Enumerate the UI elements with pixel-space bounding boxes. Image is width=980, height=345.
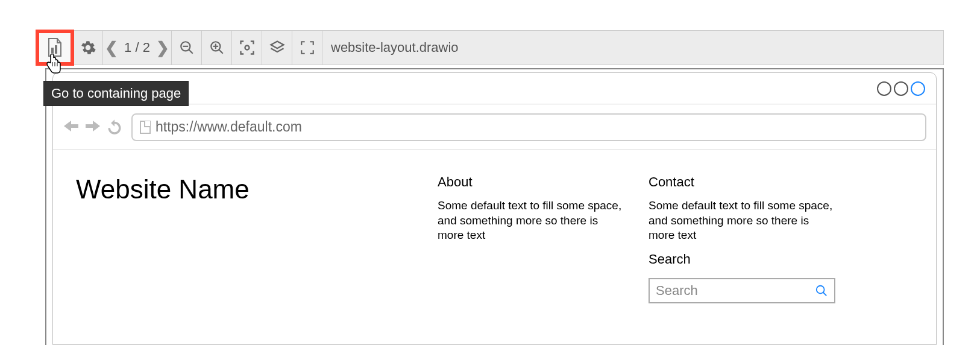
zoom-out-icon xyxy=(179,40,195,55)
browser-navbar: https://www.default.com xyxy=(53,104,936,150)
contact-body: Some default text to fill some space, an… xyxy=(649,198,835,243)
diagram-canvas[interactable]: https://www.default.com Website Name Abo… xyxy=(45,68,944,345)
layers-icon xyxy=(269,39,286,56)
svg-rect-1 xyxy=(55,45,57,54)
fit-page-button[interactable] xyxy=(232,31,262,65)
svg-point-13 xyxy=(817,286,825,294)
window-control-icon xyxy=(911,81,925,96)
search-icon xyxy=(815,284,828,297)
about-column: About Some default text to fill some spa… xyxy=(438,174,624,303)
svg-line-3 xyxy=(189,49,193,54)
fullscreen-button[interactable] xyxy=(292,31,322,65)
browser-mockup: https://www.default.com Website Name Abo… xyxy=(52,72,937,345)
address-bar: https://www.default.com xyxy=(131,113,926,141)
fit-page-icon xyxy=(239,39,256,56)
about-heading: About xyxy=(438,174,624,190)
window-control-icon xyxy=(877,81,891,96)
contact-column: Contact Some default text to fill some s… xyxy=(649,174,835,303)
page-count: 1 / 2 xyxy=(124,40,150,55)
next-page-button[interactable]: ❯ xyxy=(156,39,169,57)
fullscreen-icon xyxy=(300,40,315,55)
svg-point-9 xyxy=(245,46,249,50)
search-input: Search xyxy=(649,278,835,303)
address-url: https://www.default.com xyxy=(155,119,302,135)
viewer-toolbar: ❮ 1 / 2 ❯ website-layout.drawio xyxy=(36,30,944,65)
zoom-out-button[interactable] xyxy=(172,31,202,65)
settings-button[interactable] xyxy=(73,31,103,65)
svg-line-14 xyxy=(823,293,827,296)
zoom-in-icon xyxy=(209,40,225,55)
forward-icon xyxy=(84,117,101,138)
contact-heading: Contact xyxy=(649,174,835,190)
zoom-in-button[interactable] xyxy=(202,31,232,65)
site-title: Website Name xyxy=(76,174,413,303)
page-icon xyxy=(140,121,151,134)
reload-icon xyxy=(106,119,123,136)
gear-icon xyxy=(80,40,96,55)
layers-button[interactable] xyxy=(262,31,292,65)
document-icon xyxy=(47,38,63,57)
page-indicator: ❮ 1 / 2 ❯ xyxy=(103,31,172,65)
svg-line-6 xyxy=(219,49,223,54)
mock-page-content: Website Name About Some default text to … xyxy=(53,150,936,328)
go-to-containing-page-button[interactable] xyxy=(37,31,73,65)
about-body: Some default text to fill some space, an… xyxy=(438,198,624,243)
search-placeholder: Search xyxy=(656,283,698,299)
tooltip: Go to containing page xyxy=(43,81,189,106)
window-control-icon xyxy=(894,81,908,96)
back-icon xyxy=(63,117,80,138)
svg-rect-0 xyxy=(51,48,54,54)
filename: website-layout.drawio xyxy=(322,40,459,55)
prev-page-button[interactable]: ❮ xyxy=(105,39,118,57)
search-heading: Search xyxy=(649,252,835,267)
